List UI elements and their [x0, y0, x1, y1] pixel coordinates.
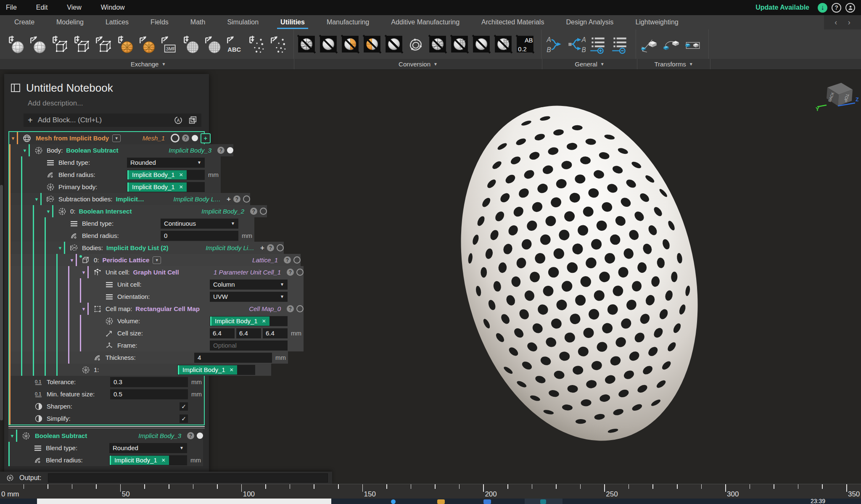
- collapse-arrow-icon[interactable]: ▼: [8, 433, 16, 438]
- param-row-volume-[interactable]: Volume:Implicit Body_1✕: [9, 315, 304, 327]
- block-instance-name[interactable]: Implicit Body Li…: [206, 244, 254, 251]
- value-input[interactable]: 0: [161, 231, 238, 241]
- param-row-tolerance-[interactable]: 0.1Tolerance:0.3mm: [9, 376, 204, 388]
- tab-modeling[interactable]: Modeling: [45, 15, 95, 29]
- param-row-blend-radius-[interactable]: Blend radius:Implicit Body_1✕mm: [8, 454, 203, 466]
- value-input[interactable]: 4: [194, 353, 272, 363]
- body-from-implicit-icon[interactable]: [383, 31, 405, 57]
- visibility-off-icon[interactable]: [293, 256, 301, 264]
- tab-create[interactable]: Create: [3, 15, 45, 29]
- block-row-graph-unit-cell[interactable]: ▼Unit cell:Graph Unit Cell1 Parameter Un…: [9, 266, 304, 278]
- notebook-description-placeholder[interactable]: Add description...: [28, 99, 203, 109]
- block-type-name[interactable]: Mesh from Implicit Body: [36, 135, 109, 142]
- param-row-orientation-[interactable]: Orientation:UVW▼: [9, 290, 304, 303]
- visibility-off-icon[interactable]: [296, 269, 304, 276]
- output-field[interactable]: [48, 473, 328, 483]
- help-icon[interactable]: ?: [250, 208, 257, 215]
- implicit-from-mesh-icon[interactable]: [361, 31, 383, 57]
- tab-utilities[interactable]: Utilities: [269, 15, 316, 29]
- lattice-from-implicit-icon[interactable]: [427, 31, 449, 57]
- param-row-thickness-[interactable]: Thickness:4mm: [9, 351, 288, 364]
- variable-chip[interactable]: Implicit Body_1✕: [127, 170, 187, 179]
- notebook-title[interactable]: Untitled Notebook: [26, 82, 113, 95]
- help-icon[interactable]: ?: [182, 135, 189, 142]
- block-instance-name[interactable]: Implicit Body L…: [174, 195, 221, 203]
- view-cube[interactable]: BACK TOP Y Z: [815, 79, 858, 114]
- checkbox[interactable]: ✓: [180, 414, 188, 423]
- translate-body-icon[interactable]: [681, 31, 703, 57]
- tab-additive-manufacturing[interactable]: Additive Manufacturing: [380, 15, 470, 29]
- block-type-name[interactable]: Rectangular Cell Map: [135, 305, 200, 312]
- variable-chip[interactable]: Implicit Body_1✕: [110, 456, 169, 465]
- tab-design-analysis[interactable]: Design Analysis: [555, 15, 624, 29]
- variable-chip[interactable]: Implicit Body_1✕: [178, 365, 237, 375]
- vector-component-input[interactable]: 6.4: [210, 328, 235, 338]
- block-row-mesh-from-implicit-body[interactable]: ▼Mesh from Implicit Body▼Mesh_1?+: [9, 132, 204, 144]
- block-row-boolean-subtract[interactable]: ▼Body:Boolean SubtractImplicit Body_3?: [9, 144, 233, 156]
- param-row-blend-type-[interactable]: Blend type:Rounded▼: [8, 442, 203, 454]
- block-type-name[interactable]: Boolean Intersect: [79, 208, 132, 215]
- update-download-icon[interactable]: ↓: [818, 3, 827, 13]
- implicit-from-brep-icon[interactable]: [317, 31, 339, 57]
- param-row-blend-radius-[interactable]: Blend radius:0mm: [9, 230, 254, 242]
- collapse-arrow-icon[interactable]: ▼: [45, 209, 52, 214]
- remove-list-item-icon[interactable]: [609, 31, 631, 57]
- import-graph-icon[interactable]: [70, 31, 92, 57]
- reference-field[interactable]: Implicit Body_1✕: [127, 182, 205, 192]
- block-row-implicit-body-list-2-[interactable]: ▼Bodies:Implicit Body List (2)Implicit B…: [9, 242, 284, 254]
- implicit-from-cad-icon[interactable]: [296, 31, 317, 57]
- help-icon[interactable]: ?: [233, 195, 240, 203]
- import-part-icon[interactable]: [4, 31, 26, 57]
- collapse-arrow-icon[interactable]: ▼: [56, 245, 64, 251]
- param-row-simplify-[interactable]: Simplify:✓: [9, 412, 204, 425]
- export-point-map-icon[interactable]: [267, 31, 288, 57]
- taskbar-browser-icon[interactable]: [391, 499, 396, 504]
- taskbar-window-preview[interactable]: [37, 499, 331, 504]
- vector-component-input[interactable]: 6.4: [263, 328, 288, 338]
- block-row-boolean-intersect[interactable]: ▼0:Boolean IntersectImplicit Body_2?: [9, 205, 267, 217]
- visibility-off-icon[interactable]: [296, 305, 304, 312]
- block-instance-name[interactable]: Implicit Body_3: [169, 147, 211, 154]
- tab-simulation[interactable]: Simulation: [216, 15, 269, 29]
- remove-chip-icon[interactable]: ✕: [179, 184, 183, 190]
- block-type-name[interactable]: Boolean Subtract: [66, 147, 118, 154]
- viewport-3d[interactable]: BACK TOP Y Z Untitled Notebook Add descr…: [0, 70, 861, 484]
- merge-inputs-icon[interactable]: AB: [543, 31, 565, 57]
- dropdown-rounded[interactable]: Rounded▼: [127, 158, 205, 168]
- block-instance-name[interactable]: 1 Parameter Unit Cell_1: [214, 269, 281, 276]
- export-part-icon[interactable]: [26, 31, 48, 57]
- param-row-1-[interactable]: 1:Implicit Body_1✕: [9, 364, 271, 376]
- tab-math[interactable]: Math: [180, 15, 217, 29]
- section-from-body-icon[interactable]: [405, 31, 427, 57]
- scale-body-icon[interactable]: [638, 31, 660, 57]
- collapse-arrow-icon[interactable]: ▼: [21, 148, 29, 153]
- rotate-body-icon[interactable]: [660, 31, 681, 57]
- account-icon[interactable]: [845, 3, 855, 13]
- reference-field[interactable]: Implicit Body_1✕: [127, 170, 205, 180]
- menu-window[interactable]: Window: [101, 4, 125, 11]
- param-row-sharpen-[interactable]: Sharpen:✓: [9, 400, 204, 412]
- import-cad-body-icon[interactable]: [179, 31, 201, 57]
- vector-component-input[interactable]: 6.4: [236, 328, 261, 338]
- checkbox[interactable]: ✓: [180, 402, 188, 411]
- cad-from-implicit-icon[interactable]: [492, 31, 514, 57]
- import-lattice-icon[interactable]: [48, 31, 70, 57]
- block-row-implicit-[interactable]: ▼Subtraction bodies:Implicit…Implicit Bo…: [9, 193, 250, 205]
- collapse-arrow-icon[interactable]: ▼: [33, 197, 40, 202]
- block-type-name[interactable]: Periodic Lattice: [103, 256, 150, 264]
- dropdown-uvw[interactable]: UVW▼: [210, 292, 288, 302]
- collapse-arrow-icon[interactable]: ▼: [68, 258, 76, 263]
- help-icon[interactable]: ?: [217, 147, 224, 154]
- remove-chip-icon[interactable]: ✕: [262, 318, 266, 324]
- reference-field[interactable]: Implicit Body_1✕: [210, 316, 288, 326]
- param-row-min-feature-size-[interactable]: 0.1Min. feature size:0.5mm: [9, 388, 204, 400]
- tab-architected-materials[interactable]: Architected Materials: [470, 15, 555, 29]
- visibility-off-icon[interactable]: [260, 208, 267, 215]
- block-options-chevron[interactable]: ▼: [153, 256, 161, 264]
- export-text-icon[interactable]: ABC: [223, 31, 245, 57]
- help-icon[interactable]: ?: [832, 3, 841, 13]
- group-label-general[interactable]: General▼: [542, 59, 637, 69]
- taskbar-app-icon[interactable]: [483, 499, 491, 504]
- block-row-periodic-lattice[interactable]: ▼0:Periodic Lattice▼Lattice_1?: [9, 254, 301, 266]
- collapse-arrow-icon[interactable]: ▼: [80, 270, 87, 275]
